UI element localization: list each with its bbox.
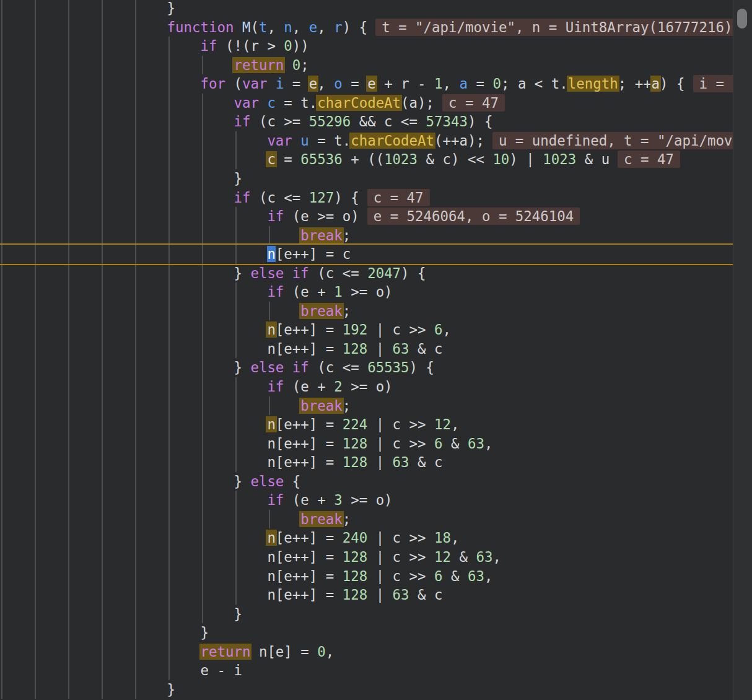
code-line[interactable]: if (c <= 127) {c = 47 [0,188,733,208]
code-line-paused-execution[interactable]: n[e++] = c [0,243,733,265]
code-token: ) { [401,265,426,281]
code-line[interactable]: n[e++] = 240 | c >> 18, [0,528,733,548]
code-line[interactable]: n[e++] = 128 | c >> 6 & 63, [0,434,733,453]
highlighted-token: break [300,398,342,414]
inline-eval-annotation: t = "/api/movie", n = Uint8Array(1677721… [375,19,733,36]
code-token: 18 [434,530,451,546]
code-line[interactable]: } else { [0,472,733,491]
code-token: = [284,76,308,92]
code-token: } [167,681,175,698]
code-line[interactable]: } [0,605,733,624]
code-line[interactable]: var u = t.charCodeAt(++a);u = undefined,… [0,131,733,151]
code-line[interactable]: if (c >= 55296 && c <= 57343) { [0,112,733,131]
indent-spaces [0,681,167,698]
code-token: 192 [343,322,367,338]
code-token: | [367,587,392,603]
indent-spaces [0,322,267,338]
code-line[interactable]: n[e++] = 128 | c >> 12 & 63, [0,548,733,567]
code-token: ; [343,303,351,319]
code-token: n[e++] = [267,435,342,452]
highlighted-token: e [367,76,375,92]
code-token: } [201,624,209,641]
code-line[interactable]: break; [0,226,733,245]
code-token: else [250,359,284,375]
code-line[interactable]: } [0,169,733,188]
code-token: , [267,19,284,35]
indent-spaces [0,284,267,300]
code-token: 6 [434,568,442,584]
indent-spaces [0,265,234,281]
code-line[interactable]: break; [0,396,733,416]
code-line[interactable]: return 0; [0,56,733,75]
code-line[interactable]: n[e++] = 128 | 63 & c [0,339,733,359]
code-token: } [234,606,242,622]
code-token: n[e++] = [267,549,342,565]
code-token: >= o) [343,378,393,395]
code-token: } [234,359,250,375]
code-token: & c [409,341,443,357]
code-token: | c >> [367,549,434,565]
indent-spaces [0,511,300,527]
code-line[interactable]: if (e + 2 >= o) [0,377,733,396]
vertical-scrollbar-track[interactable] [733,0,752,700]
vertical-scrollbar-thumb[interactable] [737,9,747,28]
code-line[interactable]: n[e++] = 192 | c >> 6, [0,320,733,339]
inline-eval-annotation: c = 47 [442,94,505,112]
code-line[interactable]: } [0,680,733,699]
inline-eval-annotation: u = undefined, t = "/api/movie", n = Uin… [492,132,733,149]
code-token: 63 [393,341,409,357]
code-token: , [317,19,334,35]
code-token [267,76,275,92]
code-token: 12 [434,549,451,565]
code-token: 1 [334,284,342,300]
inline-eval-annotation: i = 5246064, o = 5246104, a = 0 [693,75,733,92]
code-line[interactable]: n[e++] = 128 | c >> 6 & 63, [0,567,733,586]
code-token: if [267,284,284,300]
indent-spaces [0,227,300,243]
code-line[interactable]: e - i [0,661,733,680]
highlighted-token: break [300,227,342,243]
code-line[interactable]: n[e++] = 128 | 63 & c [0,453,733,472]
code-line[interactable]: function M(t, n, e, r) {t = "/api/movie"… [0,18,733,37]
code-line[interactable]: } else if (c <= 2047) { [0,264,733,283]
highlighted-token: charCodeAt [351,133,434,149]
code-token: if [234,113,250,129]
code-line[interactable]: if (e + 1 >= o) [0,282,733,302]
code-token [234,19,242,35]
code-token: | c >> [367,530,434,546]
code-line[interactable]: n[e++] = 224 | c >> 12, [0,415,733,434]
highlighted-token: a [652,76,660,92]
code-line[interactable]: var c = t.charCodeAt(a);c = 47 [0,94,733,113]
code-token [284,57,292,73]
code-line[interactable]: if (e >= o)e = 5246064, o = 5246104 [0,207,733,226]
code-token: 0 [292,57,300,73]
code-token: ) | [509,151,543,167]
code-token: else [250,473,284,489]
code-token: ; [343,398,351,414]
code-token: + (( [343,151,384,167]
code-token: [e++] = [276,416,343,432]
code-line[interactable]: n[e++] = 128 | 63 & c [0,585,733,605]
code-token: 10 [492,151,509,167]
code-token: | [367,454,392,470]
code-line[interactable]: break; [0,302,733,321]
code-token: & [442,568,467,584]
code-line[interactable]: if (!(r > 0)) [0,37,733,56]
code-line[interactable]: if (e + 3 >= o) [0,491,733,510]
code-token: (c <= [309,359,367,375]
indent-spaces [0,435,267,452]
code-line[interactable]: c = 65536 + ((1023 & c) << 10) | 1023 & … [0,150,733,169]
code-token: | [367,341,392,357]
code-line[interactable]: for (var i = e, o = e + r - 1, a = 0; a … [0,74,733,94]
code-token: } [167,0,175,16]
code-token: = t. [309,133,351,149]
code-line[interactable]: return n[e] = 0, [0,642,733,662]
code-line[interactable]: } [0,0,733,18]
code-line[interactable]: } [0,623,733,642]
highlighted-token: return [234,57,284,73]
code-token: 12 [434,416,451,432]
code-area: } function M(t, n, e, r) {t = "/api/movi… [0,0,733,700]
code-token: , [443,76,460,92]
code-line[interactable]: } else if (c <= 65535) { [0,358,733,377]
code-line[interactable]: break; [0,510,733,529]
